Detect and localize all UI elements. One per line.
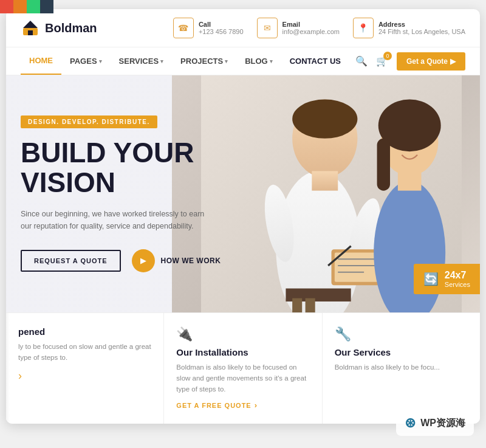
service-badge-text: 24x7 Services (445, 270, 470, 288)
cart-badge[interactable]: 🛒 0 (376, 55, 388, 67)
bottom-card-3: 🔧 Our Services Boldman is also likely to… (323, 313, 480, 424)
card-1-desc: ly to be focused on slow and gentle a gr… (18, 342, 151, 364)
svg-rect-22 (377, 139, 390, 191)
hero-actions: REQUEST A QUOTE ▶ HOW WE WORK (21, 249, 234, 272)
svg-marker-1 (23, 21, 38, 28)
call-value: +123 456 7890 (199, 28, 244, 35)
svg-rect-11 (335, 253, 380, 282)
nav-services[interactable]: SERVICES ▾ (111, 48, 173, 74)
email-value: info@example.com (282, 28, 340, 35)
hero-description: Since our beginning, we have worked tire… (21, 208, 215, 232)
address-info: Address 24 Fifth st, Los Angeles, USA (378, 21, 465, 35)
wp-logo: ⊛ (405, 415, 416, 431)
svg-rect-23 (398, 173, 422, 191)
svg-rect-18 (306, 298, 315, 312)
cart-count: 0 (383, 52, 392, 60)
main-nav: HOME PAGES ▾ SERVICES ▾ PROJECTS ▾ BLOG … (6, 47, 480, 75)
service-badge-time: 24x7 (445, 270, 470, 281)
quote-arrow-icon: ▶ (450, 57, 456, 66)
card-3-title: Our Services (335, 347, 468, 357)
services-icon: 🔧 (335, 326, 468, 342)
play-icon: ▶ (132, 249, 155, 272)
logo-text: Boldman (45, 21, 97, 35)
card-1-link[interactable]: › (18, 370, 151, 382)
card-3-desc: Boldman is also likely to be focu... (335, 362, 468, 373)
hero-tag: DESIGN. DEVELOP. DISTRIBUTE. (21, 115, 157, 128)
address-value: 24 Fifth st, Los Angeles, USA (378, 28, 465, 35)
nav-blog[interactable]: BLOG ▾ (236, 48, 281, 74)
svg-rect-17 (292, 298, 302, 312)
site-header: Boldman ☎ Call +123 456 7890 ✉ Email inf… (6, 9, 480, 47)
email-icon-box: ✉ (257, 18, 278, 38)
svg-rect-2 (28, 30, 33, 35)
color-sq-orange (13, 0, 27, 13)
hero-content: DESIGN. DEVELOP. DISTRIBUTE. BUILD YOUR … (21, 75, 234, 312)
bottom-card-2: 🔌 Our Installations Boldman is also like… (164, 313, 322, 424)
logo-icon (21, 18, 40, 38)
free-quote-link[interactable]: GET A FREE QUOTE › (176, 401, 258, 410)
call-label: Call (199, 21, 244, 28)
bottom-card-1: pened ly to be focused on slow and gentl… (6, 313, 164, 424)
color-sq-green (27, 0, 40, 13)
svg-rect-7 (312, 171, 338, 190)
card-2-desc: Boldman is also likely to be focused on … (176, 362, 309, 395)
nav-pages[interactable]: PAGES ▾ (61, 48, 111, 74)
bottom-cards: pened ly to be focused on slow and gentl… (6, 312, 480, 424)
nav-home[interactable]: HOME (21, 47, 61, 75)
email-label: Email (282, 21, 340, 28)
blog-caret: ▾ (270, 58, 273, 64)
get-quote-button[interactable]: Get a Quote ▶ (397, 52, 465, 71)
nav-right: 🔍 🛒 0 Get a Quote ▶ (355, 52, 465, 71)
watermark: ⊛ WP资源海 (396, 410, 474, 436)
services-caret: ▾ (160, 58, 163, 64)
address-label: Address (378, 21, 465, 28)
hero-title: BUILD YOUR VISION (21, 138, 234, 197)
color-sq-red (0, 0, 13, 13)
pages-caret: ▾ (99, 58, 102, 64)
service-badge: 🔄 24x7 Services (414, 264, 480, 294)
free-quote-arrow: › (255, 401, 258, 410)
how-we-work-label: HOW WE WORK (161, 257, 221, 265)
installations-icon: 🔌 (176, 326, 309, 342)
email-info: Email info@example.com (282, 21, 340, 35)
nav-projects[interactable]: PROJECTS ▾ (172, 48, 236, 74)
how-we-work-button[interactable]: ▶ HOW WE WORK (132, 249, 221, 272)
address-icon-box: 📍 (353, 18, 374, 38)
hero-section: DESIGN. DEVELOP. DISTRIBUTE. BUILD YOUR … (6, 75, 480, 312)
card-1-arrow: › (18, 370, 22, 382)
color-sq-dark (40, 0, 53, 13)
service-badge-label: Services (445, 281, 470, 288)
contact-address: 📍 Address 24 Fifth st, Los Angeles, USA (353, 18, 465, 38)
header-contacts: ☎ Call +123 456 7890 ✉ Email info@exampl… (173, 18, 465, 38)
service-badge-icon: 🔄 (423, 272, 439, 286)
logo[interactable]: Boldman (21, 18, 97, 38)
card-1-title: pened (18, 326, 151, 337)
svg-point-6 (292, 99, 357, 138)
projects-caret: ▾ (225, 58, 228, 64)
watermark-text: WP资源海 (420, 417, 465, 430)
top-color-bar (0, 0, 53, 13)
site-wrapper: Boldman ☎ Call +123 456 7890 ✉ Email inf… (6, 9, 480, 424)
contact-call: ☎ Call +123 456 7890 (173, 18, 244, 38)
contact-email: ✉ Email info@example.com (257, 18, 340, 38)
call-icon-box: ☎ (173, 18, 194, 38)
nav-contact-us[interactable]: CONTACT US (281, 48, 349, 74)
card-2-title: Our Installations (176, 347, 309, 357)
search-icon[interactable]: 🔍 (355, 55, 368, 67)
call-info: Call +123 456 7890 (199, 21, 244, 35)
request-quote-button[interactable]: REQUEST A QUOTE (21, 250, 121, 272)
